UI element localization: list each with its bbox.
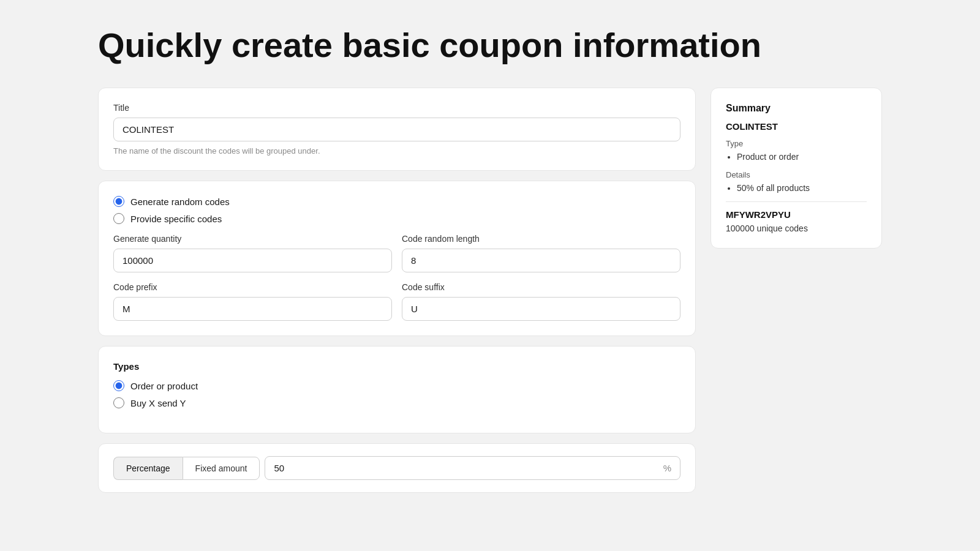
types-radio-group: Order or product Buy X send Y (113, 380, 680, 408)
page-title: Quickly create basic coupon information (98, 24, 882, 66)
generate-quantity-group: Generate quantity (113, 234, 392, 272)
code-random-length-input[interactable] (402, 249, 680, 272)
summary-details-label: Details (726, 170, 867, 179)
discount-value-input[interactable] (265, 457, 654, 479)
generate-random-label: Generate random codes (130, 197, 230, 207)
buy-x-send-y-radio[interactable] (113, 397, 124, 408)
summary-type-item: Product or order (737, 152, 867, 162)
code-prefix-label: Code prefix (113, 282, 392, 292)
generate-random-radio[interactable] (113, 196, 124, 207)
types-section-label: Types (113, 361, 680, 372)
quantity-length-row: Generate quantity Code random length (113, 234, 680, 272)
summary-type-list: Product or order (726, 152, 867, 162)
summary-details-list: 50% of all products (726, 183, 867, 193)
buy-x-send-y-option[interactable]: Buy X send Y (113, 397, 680, 408)
code-generation-card: Generate random codes Provide specific c… (98, 181, 696, 336)
summary-code: MFYWR2VPYU (726, 209, 867, 220)
buy-x-send-y-label: Buy X send Y (130, 398, 186, 408)
title-helper-text: The name of the discount the codes will … (113, 146, 680, 156)
generate-quantity-label: Generate quantity (113, 234, 392, 244)
title-card: Title The name of the discount the codes… (98, 88, 696, 171)
generate-quantity-input[interactable] (113, 249, 392, 272)
discount-type-row: Percentage Fixed amount % (113, 456, 680, 480)
order-or-product-label: Order or product (130, 381, 198, 391)
summary-type-label: Type (726, 139, 867, 148)
provide-specific-option[interactable]: Provide specific codes (113, 213, 680, 224)
main-column: Title The name of the discount the codes… (98, 88, 696, 493)
discount-amount-card: Percentage Fixed amount % (98, 443, 696, 493)
order-or-product-radio[interactable] (113, 380, 124, 391)
code-suffix-input[interactable] (402, 297, 680, 321)
provide-specific-label: Provide specific codes (130, 214, 222, 224)
code-random-length-label: Code random length (402, 234, 680, 244)
summary-divider (726, 201, 867, 202)
title-input[interactable] (113, 118, 680, 141)
fixed-amount-button[interactable]: Fixed amount (183, 457, 260, 480)
discount-value-wrapper: % (265, 456, 680, 480)
code-random-length-group: Code random length (402, 234, 680, 272)
generate-random-option[interactable]: Generate random codes (113, 196, 680, 207)
code-prefix-input[interactable] (113, 297, 392, 321)
summary-title: Summary (726, 103, 867, 114)
discount-suffix: % (655, 457, 680, 479)
order-or-product-option[interactable]: Order or product (113, 380, 680, 391)
prefix-suffix-row: Code prefix Code suffix (113, 282, 680, 321)
percentage-button[interactable]: Percentage (113, 457, 183, 480)
code-type-radio-group: Generate random codes Provide specific c… (113, 196, 680, 224)
code-prefix-group: Code prefix (113, 282, 392, 321)
code-suffix-label: Code suffix (402, 282, 680, 292)
summary-name: COLINTEST (726, 121, 867, 132)
provide-specific-radio[interactable] (113, 213, 124, 224)
summary-details-item: 50% of all products (737, 183, 867, 193)
title-field-label: Title (113, 103, 680, 113)
code-suffix-group: Code suffix (402, 282, 680, 321)
summary-code-desc: 100000 unique codes (726, 223, 867, 233)
summary-card: Summary COLINTEST Type Product or order … (710, 88, 882, 249)
summary-sidebar: Summary COLINTEST Type Product or order … (710, 88, 882, 249)
types-card: Types Order or product Buy X send Y (98, 346, 696, 433)
